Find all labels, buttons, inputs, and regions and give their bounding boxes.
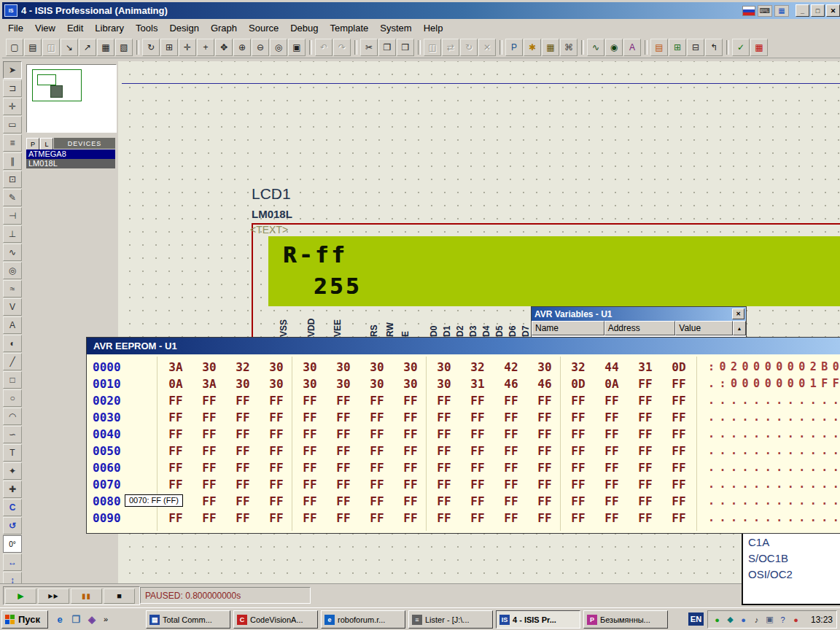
eeprom-byte[interactable]: FF (597, 409, 626, 426)
generator-tool[interactable]: ≈ (3, 280, 22, 298)
eeprom-byte[interactable]: 30 (228, 376, 257, 392)
taskbar-task-button[interactable]: IS4 - ISIS Pr... (496, 610, 580, 629)
eeprom-byte[interactable]: FF (362, 459, 392, 476)
variables-column-value[interactable]: Value (675, 321, 733, 335)
save-design-button[interactable]: ◫ (42, 39, 60, 56)
eeprom-byte[interactable]: FF (429, 392, 459, 409)
eeprom-byte[interactable]: FF (597, 493, 626, 510)
make-device-button[interactable]: ✱ (524, 39, 541, 56)
menu-item-library[interactable]: Library (89, 21, 130, 35)
eeprom-byte[interactable]: 3A (195, 376, 224, 392)
eeprom-byte[interactable]: FF (195, 426, 224, 443)
eeprom-byte[interactable]: 0D (664, 359, 693, 376)
eeprom-byte[interactable]: FF (429, 443, 459, 459)
eeprom-byte[interactable]: FF (161, 476, 190, 493)
eeprom-byte[interactable]: FF (161, 426, 190, 443)
maximize-button[interactable]: □ (811, 4, 825, 17)
eeprom-byte[interactable]: FF (530, 459, 559, 476)
decompose-button[interactable]: ⌘ (560, 39, 578, 56)
eeprom-byte[interactable]: FF (497, 426, 526, 443)
subcircuit-tool[interactable]: ⊡ (3, 171, 22, 188)
new-design-button[interactable]: ▢ (6, 39, 23, 56)
instant-edit-tool[interactable]: ✎ (3, 189, 22, 206)
menu-item-graph[interactable]: Graph (205, 21, 243, 35)
pan-button[interactable]: ✥ (215, 39, 233, 56)
eeprom-byte[interactable]: FF (497, 510, 526, 526)
eeprom-byte[interactable]: FF (429, 510, 459, 526)
zoom-out-button[interactable]: ⊖ (252, 39, 269, 56)
eeprom-byte[interactable]: FF (228, 443, 257, 459)
undo-button[interactable]: ↶ (315, 39, 332, 56)
eeprom-byte[interactable]: FF (530, 443, 559, 459)
overview-minimap[interactable] (26, 64, 117, 133)
eeprom-byte[interactable]: 30 (429, 359, 459, 376)
eeprom-byte[interactable]: FF (295, 459, 324, 476)
2d-symbol-tool[interactable]: ✦ (3, 462, 22, 480)
eeprom-byte[interactable]: 32 (228, 359, 257, 376)
eeprom-byte[interactable]: FF (295, 443, 324, 459)
eeprom-byte[interactable]: 30 (396, 359, 425, 376)
eeprom-byte[interactable]: FF (429, 476, 459, 493)
variables-column-address[interactable]: Address (604, 321, 676, 335)
graph-tool[interactable]: ∿ (3, 244, 22, 261)
tray-antivirus-icon[interactable]: ● (712, 614, 723, 625)
eeprom-byte[interactable]: FF (295, 476, 324, 493)
eeprom-byte[interactable]: FF (664, 459, 693, 476)
eeprom-byte[interactable]: 30 (262, 359, 291, 376)
eeprom-byte[interactable]: FF (664, 376, 693, 392)
eeprom-byte[interactable]: FF (195, 493, 224, 510)
menu-item-file[interactable]: File (2, 21, 29, 35)
zoom-all-button[interactable]: ◎ (270, 39, 287, 56)
eeprom-byte[interactable]: 30 (295, 359, 324, 376)
taskbar-task-button[interactable]: CCodeVisionA... (233, 610, 318, 629)
eeprom-byte[interactable]: FF (195, 476, 224, 493)
eeprom-byte[interactable]: FF (564, 510, 593, 526)
remove-sheet-button[interactable]: ⊟ (687, 39, 704, 56)
rotate-anticlockwise-button[interactable]: ↺ (3, 517, 22, 534)
eeprom-byte[interactable]: 30 (362, 359, 392, 376)
device-pin-tool[interactable]: ⊥ (3, 225, 22, 243)
taskbar-task-button[interactable]: PБезымянны... (583, 610, 668, 629)
eeprom-byte[interactable]: FF (228, 409, 257, 426)
eeprom-byte[interactable]: FF (463, 443, 492, 459)
device-list-item[interactable]: ATMEGA8 (26, 149, 115, 159)
eeprom-byte[interactable]: FF (530, 493, 559, 510)
monitor-icon[interactable]: ▦ (774, 5, 789, 17)
eeprom-byte[interactable]: FF (463, 459, 492, 476)
eeprom-byte[interactable]: FF (396, 443, 425, 459)
tape-recorder-tool[interactable]: ◎ (3, 262, 22, 279)
wire-autorouter-button[interactable]: ∿ (587, 39, 604, 56)
eeprom-byte[interactable]: FF (497, 409, 526, 426)
design-explorer-button[interactable]: ▤ (650, 39, 668, 56)
eeprom-byte[interactable]: FF (564, 426, 593, 443)
terminal-tool[interactable]: ⊣ (3, 207, 22, 225)
lang-flag-icon[interactable] (742, 6, 755, 16)
eeprom-byte[interactable]: FF (396, 493, 425, 510)
pick-device-button[interactable]: P (505, 39, 523, 56)
eeprom-memory-grid[interactable]: 00003A30323030303030303242303244310D:020… (87, 354, 840, 533)
eeprom-byte[interactable]: 42 (497, 359, 526, 376)
eeprom-byte[interactable]: FF (564, 476, 593, 493)
eeprom-byte[interactable]: 32 (564, 359, 593, 376)
eeprom-byte[interactable]: FF (195, 443, 224, 459)
eeprom-byte[interactable]: FF (564, 493, 593, 510)
eeprom-byte[interactable]: FF (161, 443, 190, 459)
eeprom-byte[interactable]: FF (463, 409, 492, 426)
eeprom-byte[interactable]: FF (262, 493, 291, 510)
wire-label-tool[interactable]: ▭ (3, 116, 22, 133)
paste-button[interactable]: ❒ (397, 39, 414, 56)
eeprom-byte[interactable]: FF (497, 392, 526, 409)
tray-messenger-icon[interactable]: ● (790, 614, 801, 625)
menu-item-tools[interactable]: Tools (130, 21, 163, 35)
eeprom-byte[interactable]: FF (597, 443, 626, 459)
eeprom-byte[interactable]: FF (262, 476, 291, 493)
erc-button[interactable]: ✓ (732, 39, 750, 56)
eeprom-byte[interactable]: FF (631, 493, 660, 510)
2d-box-tool[interactable]: □ (3, 371, 22, 389)
eeprom-byte[interactable]: FF (262, 426, 291, 443)
eeprom-byte[interactable]: FF (396, 409, 425, 426)
cut-button[interactable]: ✂ (360, 39, 378, 56)
eeprom-byte[interactable]: FF (631, 376, 660, 392)
open-design-button[interactable]: ▤ (24, 39, 42, 56)
current-probe-tool[interactable]: A (3, 316, 22, 334)
